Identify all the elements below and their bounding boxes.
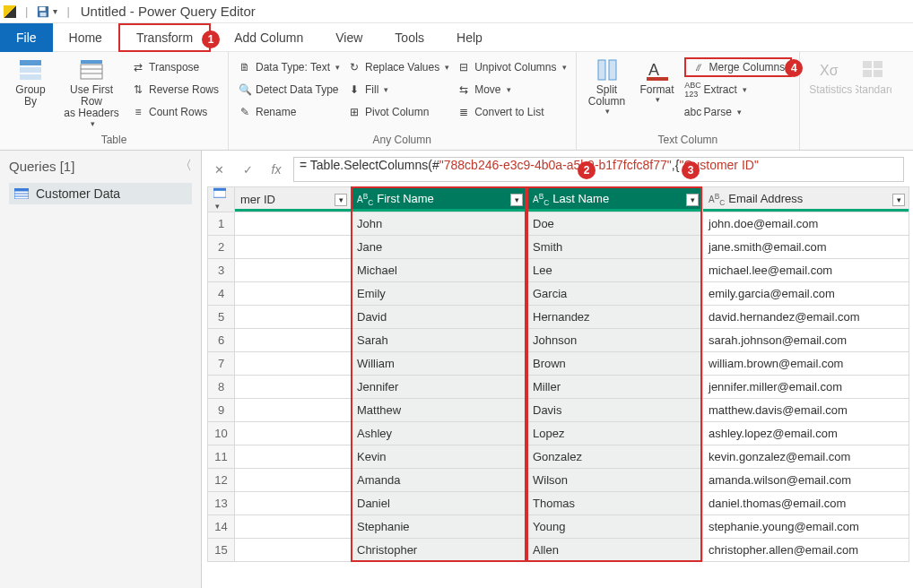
replace-values-button[interactable]: ↻Replace Values▾: [345, 57, 451, 77]
cell-last-name[interactable]: Johnson: [527, 329, 703, 352]
cell-last-name[interactable]: Doe: [527, 212, 703, 236]
cell-email[interactable]: kevin.gonzalez@email.com: [703, 445, 909, 469]
column-filter-icon[interactable]: ▾: [510, 194, 523, 206]
reverse-rows-button[interactable]: ⇅Reverse Rows: [129, 80, 221, 99]
cell-email[interactable]: amanda.wilson@email.com: [703, 469, 909, 492]
cell-email[interactable]: michael.lee@email.com: [703, 259, 909, 282]
cell-last-name[interactable]: Smith: [527, 236, 703, 259]
cell-last-name[interactable]: Wilson: [527, 469, 703, 492]
cell-customer-id[interactable]: [235, 329, 352, 352]
cell-first-name[interactable]: Jennifer: [352, 376, 527, 399]
table-row[interactable]: 4EmilyGarciaemily.garcia@email.com: [208, 282, 909, 306]
table-row[interactable]: 15ChristopherAllenchristopher.allen@emai…: [208, 539, 909, 562]
cell-email[interactable]: john.doe@email.com: [703, 212, 909, 236]
cell-last-name[interactable]: Gonzalez: [527, 445, 703, 469]
cell-email[interactable]: jane.smith@email.com: [703, 236, 909, 259]
cell-first-name[interactable]: Stephanie: [352, 515, 527, 539]
table-row[interactable]: 11KevinGonzalezkevin.gonzalez@email.com: [208, 445, 909, 469]
cell-email[interactable]: sarah.johnson@email.com: [703, 329, 909, 352]
table-row[interactable]: 10AshleyLopezashley.lopez@email.com: [208, 422, 909, 445]
cell-customer-id[interactable]: [235, 422, 352, 445]
column-header-customer-id[interactable]: mer ID▾: [235, 187, 352, 212]
merge-columns-button[interactable]: ⫽ Merge Columns 4: [684, 57, 793, 77]
transpose-button[interactable]: ⇄Transpose: [129, 57, 221, 77]
table-row[interactable]: 3MichaelLeemichael.lee@email.com: [208, 259, 909, 282]
table-row[interactable]: 13DanielThomasdaniel.thomas@email.com: [208, 492, 909, 515]
cell-last-name[interactable]: Brown: [527, 352, 703, 376]
cell-last-name[interactable]: Thomas: [527, 492, 703, 515]
cell-customer-id[interactable]: [235, 539, 352, 562]
data-grid[interactable]: ▾ mer ID▾ ABCFirst Name▾ ABCLast Name▾ A…: [207, 186, 913, 588]
tab-add-column[interactable]: Add Column: [218, 23, 319, 52]
group-by-button[interactable]: Group By: [5, 56, 56, 132]
detect-data-type-button[interactable]: 🔍Detect Data Type: [236, 80, 342, 99]
cell-customer-id[interactable]: [235, 445, 352, 469]
column-header-first-name[interactable]: ABCFirst Name▾: [352, 187, 527, 212]
cell-first-name[interactable]: Sarah: [352, 329, 527, 352]
tab-transform[interactable]: Transform 1: [118, 23, 211, 52]
cell-last-name[interactable]: Miller: [527, 376, 703, 399]
cell-last-name[interactable]: Hernandez: [527, 306, 703, 329]
cell-last-name[interactable]: Young: [527, 515, 703, 539]
cell-email[interactable]: william.brown@email.com: [703, 352, 909, 376]
format-button[interactable]: A Format ▾: [632, 56, 683, 132]
cell-first-name[interactable]: William: [352, 352, 527, 376]
cell-last-name[interactable]: Davis: [527, 399, 703, 422]
collapse-pane-icon[interactable]: 〈: [179, 158, 192, 174]
cancel-formula-button[interactable]: ✕: [207, 158, 230, 181]
column-header-email[interactable]: ABCEmail Address▾: [703, 187, 909, 212]
cell-first-name[interactable]: Kevin: [352, 445, 527, 469]
formula-input[interactable]: = Table.SelectColumns(#"788cb246-e3c9-4b…: [293, 157, 904, 182]
cell-email[interactable]: matthew.davis@email.com: [703, 399, 909, 422]
cell-first-name[interactable]: David: [352, 306, 527, 329]
save-icon[interactable]: [37, 5, 49, 18]
standard-button[interactable]: Standard: [856, 56, 891, 132]
cell-customer-id[interactable]: [235, 306, 352, 329]
table-corner[interactable]: ▾: [208, 187, 235, 212]
cell-customer-id[interactable]: [235, 469, 352, 492]
tab-home[interactable]: Home: [53, 23, 118, 52]
cell-customer-id[interactable]: [235, 492, 352, 515]
tab-tools[interactable]: Tools: [378, 23, 440, 52]
cell-first-name[interactable]: Ashley: [352, 422, 527, 445]
cell-last-name[interactable]: Lopez: [527, 422, 703, 445]
cell-email[interactable]: ashley.lopez@email.com: [703, 422, 909, 445]
unpivot-columns-button[interactable]: ⊟Unpivot Columns▾: [455, 57, 568, 77]
use-first-row-button[interactable]: Use First Row as Headers ▾: [56, 56, 127, 132]
move-button[interactable]: ⇆Move▾: [455, 80, 568, 99]
cell-customer-id[interactable]: [235, 515, 352, 539]
statistics-button[interactable]: Χσ Statistics: [805, 56, 856, 132]
cell-first-name[interactable]: John: [352, 212, 527, 236]
cell-email[interactable]: jennifer.miller@email.com: [703, 376, 909, 399]
cell-customer-id[interactable]: [235, 282, 352, 306]
table-row[interactable]: 1JohnDoejohn.doe@email.com: [208, 212, 909, 236]
extract-button[interactable]: ABC123Extract▾: [684, 80, 793, 99]
pivot-column-button[interactable]: ⊞Pivot Column: [345, 102, 451, 122]
tab-help[interactable]: Help: [440, 23, 499, 52]
tab-view[interactable]: View: [319, 23, 378, 52]
cell-customer-id[interactable]: [235, 352, 352, 376]
cell-first-name[interactable]: Emily: [352, 282, 527, 306]
cell-first-name[interactable]: Matthew: [352, 399, 527, 422]
cell-first-name[interactable]: Christopher: [352, 539, 527, 562]
cell-customer-id[interactable]: [235, 259, 352, 282]
table-row[interactable]: 8JenniferMillerjennifer.miller@email.com: [208, 376, 909, 399]
table-row[interactable]: 9MatthewDavismatthew.davis@email.com: [208, 399, 909, 422]
cell-last-name[interactable]: Allen: [527, 539, 703, 562]
cell-customer-id[interactable]: [235, 399, 352, 422]
cell-email[interactable]: christopher.allen@email.com: [703, 539, 909, 562]
cell-email[interactable]: stephanie.young@email.com: [703, 515, 909, 539]
query-item[interactable]: Customer Data: [9, 183, 192, 204]
table-row[interactable]: 2JaneSmithjane.smith@email.com: [208, 236, 909, 259]
cell-email[interactable]: daniel.thomas@email.com: [703, 492, 909, 515]
column-header-last-name[interactable]: ABCLast Name▾: [527, 187, 703, 212]
cell-last-name[interactable]: Garcia: [527, 282, 703, 306]
qat-dropdown-icon[interactable]: ▾: [53, 6, 57, 16]
cell-customer-id[interactable]: [235, 236, 352, 259]
fx-icon[interactable]: fx: [265, 158, 288, 181]
cell-customer-id[interactable]: [235, 376, 352, 399]
column-filter-icon[interactable]: ▾: [335, 194, 347, 206]
cell-customer-id[interactable]: [235, 212, 352, 236]
cell-first-name[interactable]: Amanda: [352, 469, 527, 492]
tab-file[interactable]: File: [0, 23, 53, 52]
